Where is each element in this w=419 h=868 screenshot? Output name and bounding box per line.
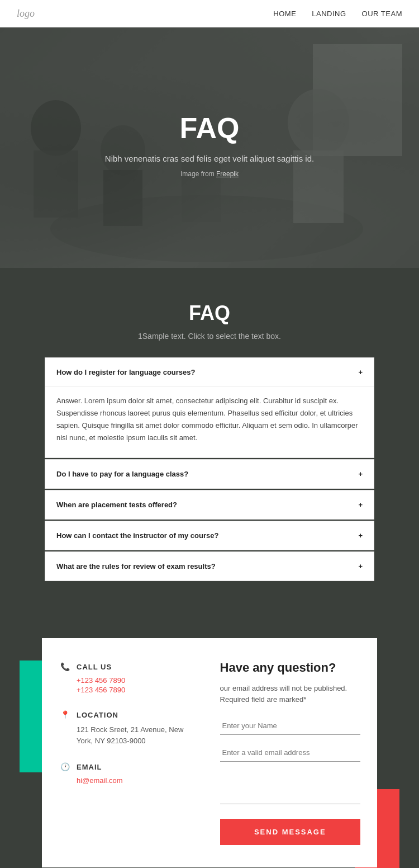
freepik-link[interactable]: Freepik xyxy=(216,170,239,178)
contact-info: 📞 CALL US +123 456 7890 +123 456 7890 📍 … xyxy=(42,638,203,867)
logo: logo xyxy=(17,8,35,20)
name-field-group xyxy=(220,717,360,735)
faq-question-2: Do I have to pay for a language class? xyxy=(56,470,188,478)
faq-question-3: When are placement tests offered? xyxy=(56,501,177,509)
faq-header-2[interactable]: Do I have to pay for a language class? + xyxy=(45,460,374,488)
faq-subtitle: 1Sample text. Click to select the text b… xyxy=(17,332,402,341)
hero-title: FAQ xyxy=(105,111,314,145)
email-link[interactable]: hi@email.com xyxy=(77,776,187,785)
contact-form-title: Have any question? xyxy=(220,661,360,675)
call-label-row: 📞 CALL US xyxy=(59,661,187,673)
faq-section: FAQ 1Sample text. Click to select the te… xyxy=(0,268,419,605)
faq-item-5: What are the rules for review of exam re… xyxy=(45,551,374,581)
faq-toggle-1[interactable]: + xyxy=(358,369,363,376)
message-input[interactable] xyxy=(220,771,360,804)
contact-location-block: 📍 LOCATION 121 Rock Sreet, 21 Avenue, Ne… xyxy=(59,709,187,746)
image-credit: Image from Freepik xyxy=(105,170,314,178)
faq-list: How do I register for language courses? … xyxy=(45,357,374,581)
hero-content: FAQ Nibh venenatis cras sed felis eget v… xyxy=(105,111,314,185)
contact-card: 📞 CALL US +123 456 7890 +123 456 7890 📍 … xyxy=(42,638,377,867)
email-icon: 🕐 xyxy=(59,761,71,773)
message-field-group xyxy=(220,771,360,804)
name-input[interactable] xyxy=(220,717,360,735)
phone2-link[interactable]: +123 456 7890 xyxy=(77,686,187,694)
faq-toggle-5[interactable]: + xyxy=(358,563,363,570)
phone1-link[interactable]: +123 456 7890 xyxy=(77,676,187,685)
faq-item-2: Do I have to pay for a language class? + xyxy=(45,459,374,489)
faq-header-5[interactable]: What are the rules for review of exam re… xyxy=(45,552,374,581)
faq-toggle-3[interactable]: + xyxy=(358,501,363,508)
nav-landing[interactable]: LANDING xyxy=(312,10,346,18)
send-message-button[interactable]: SEND MESSAGE xyxy=(220,819,360,845)
location-label-row: 📍 LOCATION xyxy=(59,709,187,721)
email-input[interactable] xyxy=(220,744,360,762)
call-label: CALL US xyxy=(77,663,112,671)
contact-email-block: 🕐 EMAIL hi@email.com xyxy=(59,761,187,785)
nav-home[interactable]: HOME xyxy=(273,10,296,18)
address-text: 121 Rock Sreet, 21 Avenue, New York, NY … xyxy=(77,724,187,746)
faq-header-3[interactable]: When are placement tests offered? + xyxy=(45,490,374,519)
faq-header-1[interactable]: How do I register for language courses? … xyxy=(45,358,374,386)
contact-section: 📞 CALL US +123 456 7890 +123 456 7890 📍 … xyxy=(0,605,419,868)
faq-header-4[interactable]: How can I contact the instructor of my c… xyxy=(45,521,374,550)
faq-toggle-2[interactable]: + xyxy=(358,470,363,478)
faq-answer-1: Answer. Lorem ipsum dolor sit amet, cons… xyxy=(45,386,374,457)
contact-form-subtitle: our email address will not be published.… xyxy=(220,683,360,705)
navigation: logo HOME LANDING OUR TEAM xyxy=(0,0,419,27)
faq-question-4: How can I contact the instructor of my c… xyxy=(56,531,218,540)
faq-title: FAQ xyxy=(17,301,402,325)
location-icon: 📍 xyxy=(59,709,71,721)
faq-toggle-4[interactable]: + xyxy=(358,532,363,539)
faq-item-4: How can I contact the instructor of my c… xyxy=(45,521,374,550)
hero-section: FAQ Nibh venenatis cras sed felis eget v… xyxy=(0,27,419,268)
nav-our-team[interactable]: OUR TEAM xyxy=(362,10,402,18)
email-field-group xyxy=(220,744,360,762)
hero-subtitle: Nibh venenatis cras sed felis eget velit… xyxy=(105,154,314,163)
faq-question-5: What are the rules for review of exam re… xyxy=(56,562,216,570)
contact-form-area: Have any question? our email address wil… xyxy=(203,638,377,867)
email-label: EMAIL xyxy=(77,763,102,771)
email-label-row: 🕐 EMAIL xyxy=(59,761,187,773)
faq-item-1: How do I register for language courses? … xyxy=(45,357,374,458)
location-label: LOCATION xyxy=(77,711,118,719)
contact-call-block: 📞 CALL US +123 456 7890 +123 456 7890 xyxy=(59,661,187,694)
faq-question-1: How do I register for language courses? xyxy=(56,368,196,376)
phone-icon: 📞 xyxy=(59,661,71,673)
nav-links: HOME LANDING OUR TEAM xyxy=(273,10,402,18)
faq-item-3: When are placement tests offered? + xyxy=(45,490,374,520)
